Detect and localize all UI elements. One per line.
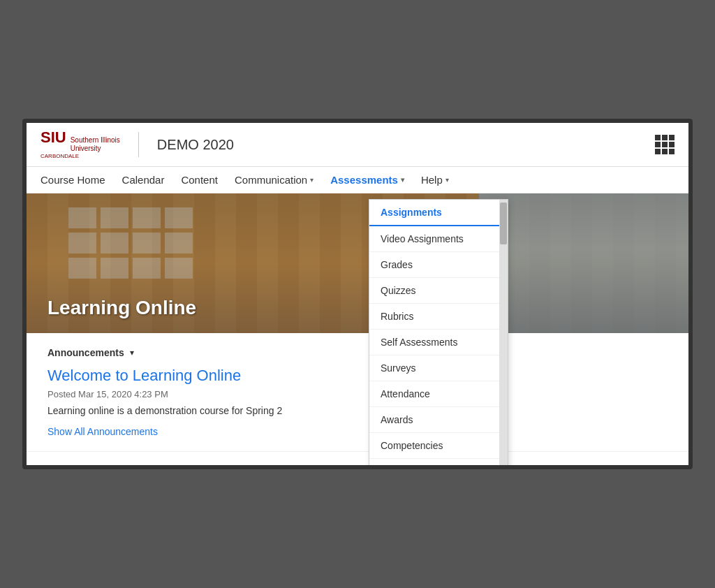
siu-logo: SIU Southern Illinois University CARBOND…	[40, 130, 120, 159]
dropdown-item-awards[interactable]: Awards	[369, 407, 499, 433]
announcements-header: Announcements ▾	[47, 347, 668, 358]
header-divider	[138, 132, 139, 157]
announcement-title[interactable]: Welcome to Learning Online	[47, 367, 668, 385]
close-button[interactable]: ×	[639, 465, 647, 469]
siu-acronym: SIU	[40, 130, 66, 145]
hero-overlay: Learning Online	[47, 297, 196, 319]
main-content: Announcements ▾ Welcome to Learning Onli…	[27, 333, 688, 451]
dropdown-item-class-progress[interactable]: Class Progress	[369, 459, 499, 469]
siu-carbondale: CARBONDALE	[40, 153, 79, 159]
main-nav: Course Home Calendar Content Communicati…	[27, 167, 688, 193]
nav-communication[interactable]: Communication ▾	[235, 174, 314, 186]
announcements-chevron-icon[interactable]: ▾	[130, 348, 134, 358]
dropdown-item-video-assignments[interactable]: Video Assignments	[369, 226, 499, 252]
help-chevron-icon: ▾	[445, 176, 449, 184]
dropdown-scroll-container: Assignments Video Assignments Grades Qui…	[369, 200, 508, 469]
dropdown-item-competencies[interactable]: Competencies	[369, 433, 499, 459]
top-header: SIU Southern Illinois University CARBOND…	[27, 123, 688, 167]
dropdown-items-list: Assignments Video Assignments Grades Qui…	[369, 200, 499, 469]
logo-area: SIU Southern Illinois University CARBOND…	[40, 130, 234, 159]
dropdown-item-surveys[interactable]: Surveys	[369, 355, 499, 381]
browser-frame: SIU Southern Illinois University CARBOND…	[22, 119, 693, 469]
dropdown-scrollbar[interactable]	[499, 200, 508, 469]
announcement-body: Learning online is a demonstration cours…	[47, 405, 668, 416]
siu-subtitle-line1: Southern Illinois	[71, 136, 120, 145]
announcement-date: Posted Mar 15, 2020 4:23 PM	[47, 389, 668, 399]
nav-course-home[interactable]: Course Home	[40, 174, 105, 186]
assessments-dropdown: Assignments Video Assignments Grades Qui…	[369, 199, 508, 469]
nav-assessments[interactable]: Assessments ▾	[330, 174, 404, 186]
communication-chevron-icon: ▾	[310, 176, 314, 184]
grid-icon[interactable]	[655, 135, 675, 154]
hero-window-grid	[68, 207, 193, 279]
dropdown-item-attendance[interactable]: Attendance	[369, 381, 499, 407]
nav-calendar[interactable]: Calendar	[122, 174, 165, 186]
bottom-partial	[27, 451, 688, 465]
hero-title: Learning Online	[47, 297, 196, 318]
siu-subtitle-line2: University	[71, 145, 120, 153]
nav-content[interactable]: Content	[181, 174, 218, 186]
dropdown-item-grades[interactable]: Grades	[369, 252, 499, 278]
nav-help[interactable]: Help ▾	[421, 174, 449, 186]
dropdown-item-self-assessments[interactable]: Self Assessments	[369, 330, 499, 355]
dropdown-item-assignments[interactable]: Assignments	[369, 200, 499, 226]
hero-banner: Learning Online	[27, 193, 688, 333]
scrollbar-thumb	[500, 203, 507, 244]
demo-title: DEMO 2020	[157, 137, 234, 153]
show-all-announcements-link[interactable]: Show All Announcements	[47, 426, 668, 437]
announcements-label: Announcements	[47, 347, 124, 358]
dropdown-item-rubrics[interactable]: Rubrics	[369, 304, 499, 330]
assessments-chevron-icon: ▾	[401, 176, 404, 184]
dropdown-item-quizzes[interactable]: Quizzes	[369, 278, 499, 304]
